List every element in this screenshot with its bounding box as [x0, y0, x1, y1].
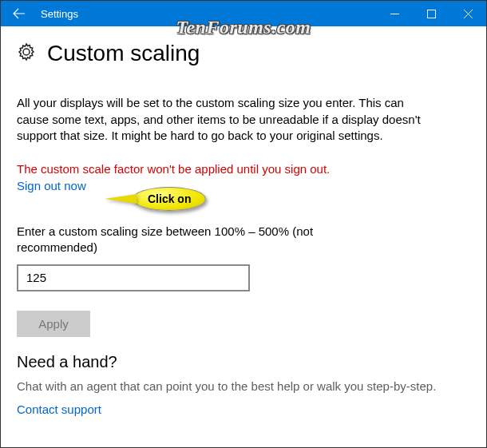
apply-button[interactable]: Apply — [17, 311, 90, 337]
gear-icon — [17, 42, 36, 65]
back-button[interactable] — [1, 1, 38, 26]
scaling-field-label: Enter a custom scaling size between 100%… — [17, 224, 384, 256]
signout-warning: The custom scale factor won't be applied… — [17, 162, 470, 176]
minimize-icon — [390, 10, 399, 18]
maximize-button[interactable] — [413, 1, 449, 26]
page-header: Custom scaling — [17, 41, 470, 66]
titlebar: Settings — [1, 1, 486, 26]
page-title: Custom scaling — [47, 41, 200, 66]
sign-out-link[interactable]: Sign out now — [17, 179, 86, 192]
callout-annotation: Click on — [17, 193, 470, 211]
contact-support-link[interactable]: Contact support — [17, 402, 101, 416]
svg-rect-0 — [427, 10, 435, 18]
content-area: Custom scaling All your displays will be… — [1, 26, 486, 428]
close-icon — [464, 10, 473, 18]
window-title: Settings — [38, 8, 78, 20]
scaling-description: All your displays will be set to the cus… — [17, 95, 432, 145]
help-text: Chat with an agent that can point you to… — [17, 379, 470, 393]
maximize-icon — [427, 10, 436, 18]
window-controls — [376, 1, 486, 26]
help-heading: Need a hand? — [17, 353, 470, 371]
scaling-input[interactable] — [17, 264, 250, 291]
minimize-button[interactable] — [376, 1, 413, 26]
arrow-left-icon — [12, 6, 26, 21]
close-button[interactable] — [449, 1, 486, 26]
callout-bubble: Click on — [133, 187, 206, 211]
